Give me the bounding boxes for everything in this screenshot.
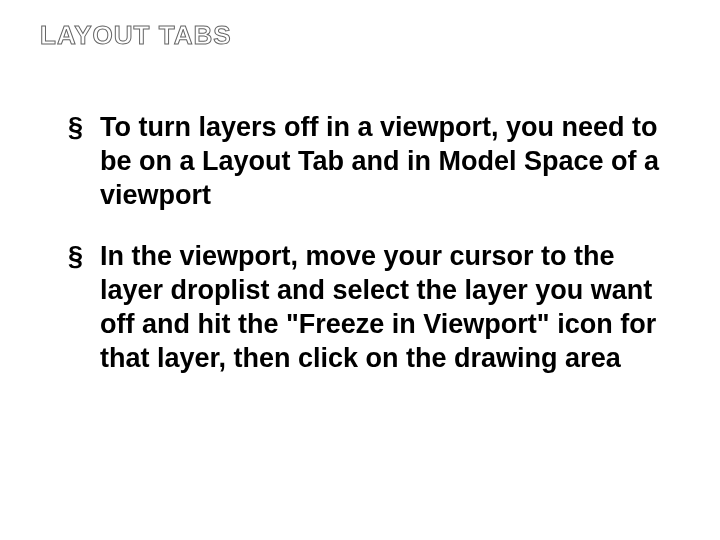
list-item: To turn layers off in a viewport, you ne… <box>68 111 680 212</box>
slide-title: LAYOUT TABS <box>40 20 680 51</box>
slide-container: LAYOUT TABS To turn layers off in a view… <box>0 0 720 540</box>
list-item: In the viewport, move your cursor to the… <box>68 240 680 375</box>
bullet-list: To turn layers off in a viewport, you ne… <box>40 111 680 375</box>
